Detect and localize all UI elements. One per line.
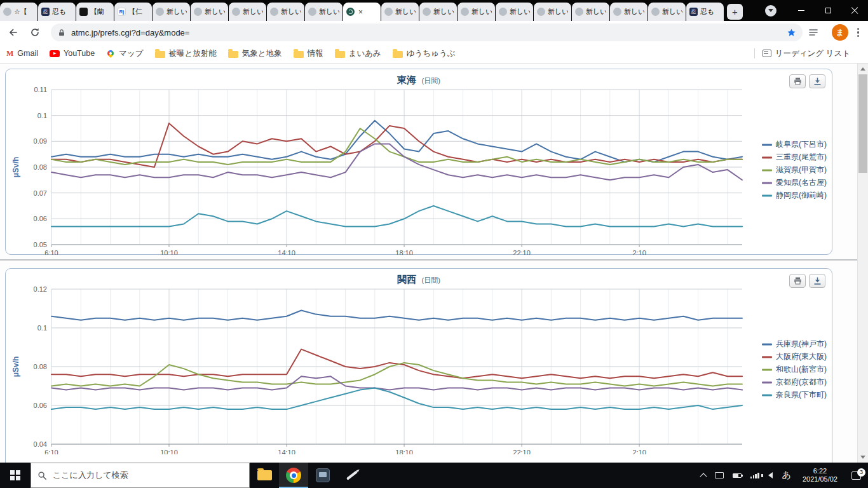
- browser-tab[interactable]: 新しいタ: [534, 3, 571, 21]
- legend-item[interactable]: 兵庫県(神戸市): [762, 339, 827, 349]
- chart-subtitle: (日間): [422, 77, 440, 85]
- svg-text:22:10: 22:10: [513, 449, 531, 454]
- legend-swatch: [762, 144, 772, 146]
- close-button[interactable]: [841, 0, 868, 21]
- legend-item[interactable]: 愛知県(名古屋): [762, 177, 827, 188]
- scrollbar-thumb[interactable]: [858, 74, 867, 173]
- bookmark-folder[interactable]: まいあみ: [335, 48, 381, 59]
- browser-menu-button[interactable]: [857, 28, 859, 37]
- browser-toolbar: atmc.jp/prefs.cgi?d=day&mode= ま: [0, 21, 868, 44]
- legend-item[interactable]: 奈良県(下市町): [762, 390, 827, 400]
- browser-tab[interactable]: ☆【: [0, 3, 37, 21]
- page-scrollbar[interactable]: [857, 64, 868, 463]
- legend-item[interactable]: 静岡県(御前崎): [762, 190, 827, 201]
- browser-tab[interactable]: 新しいタ: [191, 3, 228, 21]
- svg-text:0.08: 0.08: [34, 363, 47, 370]
- app-taskbar-icon[interactable]: [308, 463, 337, 488]
- doc-favicon: [384, 8, 393, 16]
- browser-tab[interactable]: 新しいタ: [381, 3, 419, 21]
- start-button[interactable]: [0, 463, 31, 488]
- ime-indicator[interactable]: あ: [782, 470, 791, 481]
- back-button[interactable]: [5, 24, 22, 41]
- reload-button[interactable]: [27, 24, 43, 41]
- legend-label: 奈良県(下市町): [776, 390, 827, 400]
- chrome-taskbar-icon[interactable]: [279, 463, 308, 488]
- legend-item[interactable]: 三重県(尾鷲市): [762, 152, 827, 163]
- lock-icon: [57, 28, 66, 37]
- scroll-up-arrow[interactable]: [858, 64, 868, 74]
- browser-tab[interactable]: 忍忍も: [38, 3, 76, 21]
- maximize-button[interactable]: [815, 0, 841, 21]
- bookmark-item[interactable]: MGmail: [6, 49, 38, 58]
- gmail-icon: M: [6, 49, 13, 58]
- bookmark-folder[interactable]: 気象と地象: [228, 48, 282, 59]
- new-tab-button[interactable]: +: [727, 4, 743, 20]
- legend-item[interactable]: 岐阜県(下呂市): [762, 139, 827, 150]
- bookmark-folder[interactable]: ゆうちゅうぶ: [393, 48, 456, 59]
- chart-legend: 兵庫県(神戸市)大阪府(東大阪)和歌山(新宮市)京都府(京都市)奈良県(下市町): [762, 337, 827, 402]
- chevron-up-icon: [700, 473, 707, 480]
- profile-avatar[interactable]: ま: [832, 24, 848, 41]
- chart-area: 0.040.060.080.10.126:1010:1014:1018:1022…: [8, 285, 832, 457]
- browser-tab[interactable]: 新しいタ: [419, 3, 457, 21]
- battery-tray-icon[interactable]: [733, 473, 742, 478]
- browser-tab[interactable]: 新しいタ: [229, 3, 266, 21]
- legend-label: 和歌山(新宮市): [776, 364, 827, 375]
- tabs-container: ☆【忍忍も【蘭Rj【仁新しいタ新しいタ新しいタ新しいタ新しいタ×新しいタ新しいタ…: [0, 3, 724, 21]
- chart-subtitle: (日間): [422, 276, 440, 284]
- chart-title: 関西: [397, 274, 416, 285]
- browser-tab[interactable]: 新しいタ: [496, 3, 533, 21]
- scroll-down-arrow[interactable]: [858, 452, 868, 463]
- legend-item[interactable]: 京都府(京都市): [762, 377, 827, 388]
- bookmark-item[interactable]: マップ: [106, 48, 143, 59]
- browser-tab[interactable]: 新しいタ: [153, 3, 190, 21]
- legend-swatch: [762, 369, 772, 370]
- browser-tab[interactable]: 【蘭: [76, 3, 114, 21]
- bookmarks-items: MGmailYouTubeマップ被曝と放射能気象と地象情報まいあみゆうちゅうぶ: [6, 48, 467, 59]
- browser-tab[interactable]: 新しいタ: [648, 3, 686, 21]
- clock-date: 2021/05/02: [803, 475, 837, 483]
- close-icon: [851, 7, 858, 15]
- page-content: 東海 (日間) 0.050.060.070.080.090.10.116:101…: [0, 64, 868, 463]
- taskbar-clock[interactable]: 6:22 2021/05/02: [803, 467, 837, 484]
- file-explorer-taskbar-icon[interactable]: [250, 463, 279, 488]
- tab-search-button[interactable]: [765, 5, 776, 17]
- bookmark-item[interactable]: YouTube: [50, 49, 95, 58]
- browser-tab-active[interactable]: ×: [343, 3, 381, 21]
- browser-tab[interactable]: 忍忍も: [686, 3, 724, 21]
- bookmark-star-icon[interactable]: [787, 28, 796, 37]
- browser-tab[interactable]: 新しいタ: [305, 3, 342, 21]
- address-bar[interactable]: atmc.jp/prefs.cgi?d=day&mode=: [51, 24, 803, 41]
- list-icon: [808, 27, 818, 37]
- reading-list-button[interactable]: リーディング リスト: [763, 48, 850, 59]
- youtube-icon: [50, 50, 60, 57]
- browser-tab[interactable]: 新しいタ: [458, 3, 495, 21]
- display-tray-icon[interactable]: [715, 472, 724, 478]
- bookmark-folder[interactable]: 被曝と放射能: [155, 48, 217, 59]
- action-center-button[interactable]: 3: [844, 471, 868, 480]
- tab-title: 新しいタ: [281, 7, 301, 17]
- bookmark-label: ゆうちゅうぶ: [407, 48, 456, 59]
- legend-item[interactable]: 滋賀県(甲賀市): [762, 165, 827, 175]
- hidden-icons-button[interactable]: [701, 472, 706, 479]
- legend-item[interactable]: 和歌山(新宮市): [762, 364, 827, 375]
- bookmark-folder[interactable]: 情報: [294, 48, 323, 59]
- doc-favicon: [156, 8, 164, 16]
- network-tray-icon[interactable]: [750, 473, 759, 478]
- pen-app-taskbar-icon[interactable]: [337, 463, 367, 488]
- browser-tab[interactable]: Rj【仁: [114, 3, 152, 21]
- legend-item[interactable]: 大阪府(東大阪): [762, 351, 827, 362]
- browser-tab[interactable]: 新しいタ: [267, 3, 304, 21]
- volume-tray-icon[interactable]: [768, 472, 773, 478]
- tab-close-icon[interactable]: ×: [358, 8, 363, 17]
- browser-tab[interactable]: 新しいタ: [610, 3, 648, 21]
- tab-title: 新しいタ: [548, 7, 568, 17]
- taskbar-search-box[interactable]: ここに入力して検索: [31, 463, 250, 488]
- browser-tab[interactable]: 新しいタ: [572, 3, 609, 21]
- tab-title: 忍も: [700, 7, 721, 17]
- windows-taskbar: ここに入力して検索 あ 6:22 2021/05/02 3: [0, 463, 868, 488]
- side-panel-icon[interactable]: [805, 24, 822, 41]
- tab-title: ☆【: [14, 7, 34, 17]
- minimize-button[interactable]: [788, 0, 815, 21]
- rj-favicon: Rj: [118, 8, 126, 16]
